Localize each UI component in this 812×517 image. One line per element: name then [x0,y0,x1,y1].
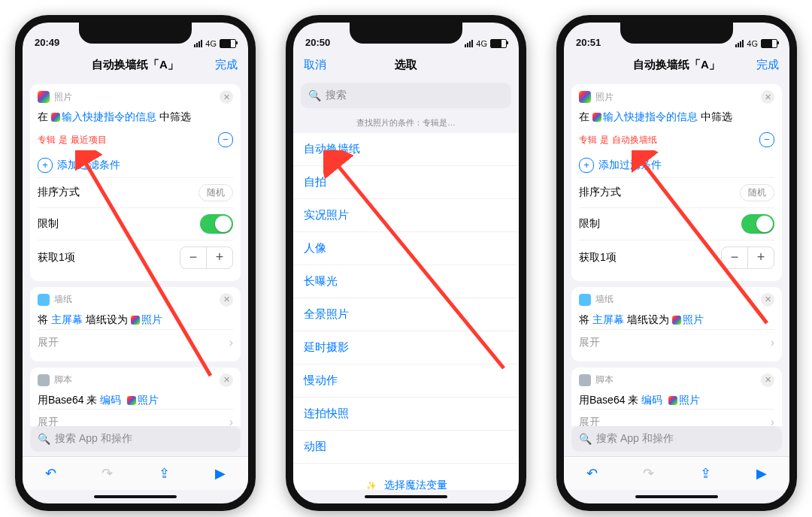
wallpaper-card: 墙纸 ✕ 将 主屏幕 墙纸设为 照片 展开 › [571,287,782,361]
photos-filter-card: 照片 ✕ 在 输入快捷指令的信息 中筛选 专辑 是 自动换墙纸 − [571,84,782,281]
status-network: 4G [205,39,217,48]
screen: 20:49 4G 自动换墙纸「A」 完成 照片 ✕ 在 输入快捷指令的信息 [23,23,248,503]
list-item[interactable]: 动图 [293,431,519,464]
sort-value[interactable]: 随机 [198,184,233,201]
wallpaper-card: 墙纸 ✕ 将 主屏幕 墙纸设为 照片 展开 › [30,287,241,361]
add-filter-button[interactable]: + 添加过滤条件 [579,153,774,177]
play-button[interactable]: ▶ [215,465,226,482]
play-button[interactable]: ▶ [756,465,767,482]
page-title: 自动换墙纸「A」 [23,58,248,72]
redo-button[interactable]: ↷ [643,465,654,482]
done-button[interactable]: 完成 [215,58,238,72]
list-item[interactable]: 连拍快照 [293,398,519,431]
redo-button[interactable]: ↷ [102,465,113,482]
filter-op[interactable]: 是 [600,135,609,145]
screen-token[interactable]: 主屏幕 [592,313,624,325]
photos-icon [38,91,50,103]
notch [620,23,733,44]
done-button[interactable]: 完成 [756,58,779,72]
filter-field[interactable]: 专辑 [579,135,597,145]
stepper-minus[interactable]: − [180,247,207,268]
filter-source-token[interactable]: 输入快捷指令的信息 [603,110,698,122]
list-item[interactable]: 实况照片 [293,199,519,232]
stepper-plus[interactable]: + [207,247,232,268]
footer-actions: ✨选择魔法变量 💬每次均询问 ✖剪贴板 ▦当前日期 [293,464,519,490]
chevron-right-icon[interactable]: › [229,416,233,426]
nav-bar: 取消 选取 [293,50,519,80]
list-item[interactable]: 自动换墙纸 [293,133,519,166]
close-icon[interactable]: ✕ [220,373,233,387]
share-button[interactable]: ⇪ [700,465,711,482]
notch [350,23,462,44]
count-stepper[interactable]: −+ [180,246,233,269]
photos-icon [127,396,136,405]
close-icon[interactable]: ✕ [220,90,233,104]
list-item[interactable]: 人像 [293,232,519,265]
chevron-right-icon[interactable]: › [771,416,774,426]
search-input[interactable]: 🔍 搜索 [301,83,511,108]
list-item[interactable]: 延时摄影 [293,331,519,364]
script-card: 脚本 ✕ 用Base64 来 编码 照片 展开 › [30,367,241,426]
magic-variable-button[interactable]: ✨选择魔法变量 [293,471,519,490]
nav-bar: 自动换墙纸「A」 完成 [564,50,789,80]
stepper-plus[interactable]: + [748,247,774,268]
count-stepper[interactable]: −+ [721,246,774,269]
album-list: 自动换墙纸 自拍 实况照片 人像 长曝光 全景照片 延时摄影 慢动作 连拍快照 … [293,133,519,490]
close-icon[interactable]: ✕ [761,373,774,387]
photo-token[interactable]: 照片 [683,313,704,325]
filter-value[interactable]: 最近项目 [71,135,107,145]
notch [79,23,192,44]
chevron-right-icon[interactable]: › [771,336,774,349]
list-item[interactable]: 全景照片 [293,298,519,331]
toolbar: ↶ ↷ ⇪ ▶ [23,456,248,490]
filter-source-token[interactable]: 输入快捷指令的信息 [62,110,156,122]
chevron-right-icon[interactable]: › [229,336,233,349]
photo-token[interactable]: 照片 [141,313,162,325]
filter-field[interactable]: 专辑 [38,135,56,145]
cancel-button[interactable]: 取消 [304,58,326,72]
script-card: 脚本 ✕ 用Base64 来 编码 照片 展开 › [571,367,782,426]
photo-token[interactable]: 照片 [679,394,700,406]
stepper-minus[interactable]: − [722,247,748,268]
limit-toggle[interactable] [200,214,233,234]
screen-token[interactable]: 主屏幕 [51,313,83,325]
list-item[interactable]: 自拍 [293,166,519,199]
share-button[interactable]: ⇪ [159,465,170,482]
filter-value[interactable]: 自动换墙纸 [612,135,657,145]
home-indicator[interactable] [293,490,519,503]
section-hint: 查找照片的条件：专辑是… [293,113,519,133]
status-time: 20:51 [576,37,601,48]
signal-icon [194,40,202,47]
limit-toggle[interactable] [741,214,774,234]
undo-button[interactable]: ↶ [45,465,56,482]
photos-icon [672,316,681,325]
plus-icon: + [579,158,594,173]
close-icon[interactable]: ✕ [761,90,774,104]
status-network: 4G [476,39,487,48]
photos-filter-card: 照片 ✕ 在 输入快捷指令的信息 中筛选 专辑 是 最近项目 − [30,84,241,281]
close-icon[interactable]: ✕ [220,293,233,307]
encode-token[interactable]: 编码 [100,394,121,406]
wallpaper-icon [38,294,50,306]
home-indicator[interactable] [564,490,789,503]
list-item[interactable]: 长曝光 [293,265,519,298]
nav-bar: 自动换墙纸「A」 完成 [23,50,248,80]
signal-icon [465,40,473,47]
add-filter-button[interactable]: + 添加过滤条件 [38,153,233,177]
photos-icon [668,396,677,405]
status-time: 20:49 [35,37,59,48]
close-icon[interactable]: ✕ [761,293,774,307]
undo-button[interactable]: ↶ [586,465,598,482]
search-input[interactable]: 🔍 搜索 App 和操作 [571,426,782,452]
search-input[interactable]: 🔍 搜索 App 和操作 [30,426,241,452]
remove-filter-button[interactable]: − [218,132,233,147]
sort-value[interactable]: 随机 [740,184,774,201]
photo-token[interactable]: 照片 [138,394,159,406]
encode-token[interactable]: 编码 [641,394,662,406]
search-icon: 🔍 [579,433,592,445]
search-icon: 🔍 [38,433,50,445]
home-indicator[interactable] [23,490,248,503]
remove-filter-button[interactable]: − [759,132,774,147]
filter-op[interactable]: 是 [59,135,68,145]
list-item[interactable]: 慢动作 [293,364,519,398]
